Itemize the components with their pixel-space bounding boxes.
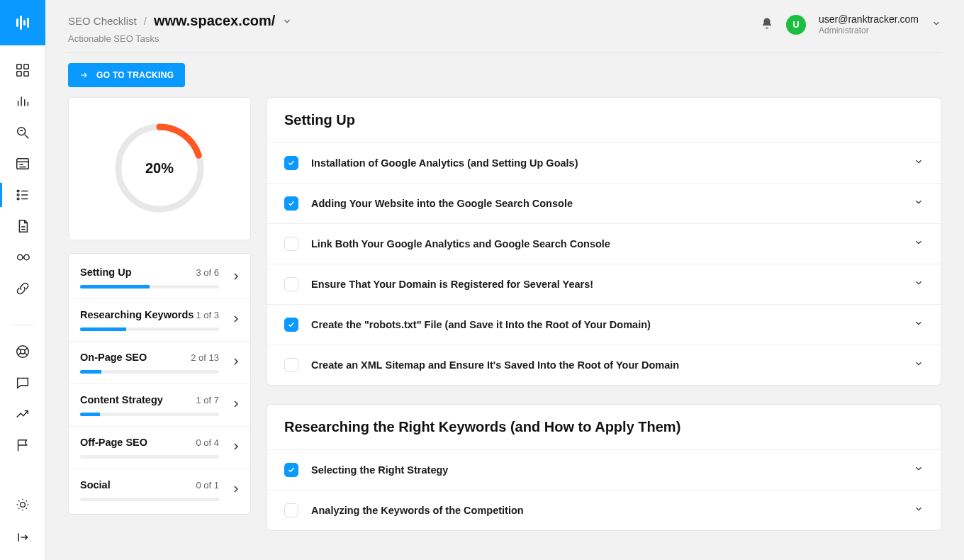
nav-help[interactable] [0, 344, 45, 359]
task-list: Installation of Google Analytics (and Se… [267, 142, 941, 386]
header-divider [68, 52, 941, 53]
task-checkbox[interactable] [284, 196, 298, 211]
chevron-down-icon [914, 237, 924, 250]
task-checkbox[interactable] [284, 156, 298, 170]
category-title: On-Page SEO [80, 352, 147, 363]
category-count: 0 of 1 [196, 480, 219, 491]
svg-rect-3 [27, 18, 29, 28]
main-area: SEO Checklist / www.spacex.com/ Actionab… [45, 0, 964, 560]
nav-checklist[interactable] [0, 187, 45, 203]
svg-rect-4 [16, 65, 21, 69]
nav-divider [11, 325, 34, 325]
category-count: 1 of 3 [196, 310, 219, 320]
user-menu-toggle[interactable] [931, 18, 941, 31]
chevron-down-icon[interactable] [282, 16, 292, 26]
task-row[interactable]: Analyzing the Keywords of the Competitio… [267, 490, 941, 530]
nav-audit[interactable] [0, 218, 45, 234]
category-item[interactable]: Off-Page SEO0 of 4 [69, 427, 250, 469]
svg-rect-5 [23, 65, 28, 69]
go-to-tracking-button[interactable]: GO TO TRACKING [68, 63, 185, 87]
user-info: user@ranktracker.com Administrator [819, 13, 919, 37]
category-progress-bar [80, 327, 219, 331]
task-label: Adding Your Website into the Google Sear… [311, 198, 901, 209]
svg-point-13 [17, 254, 22, 259]
category-item[interactable]: Social0 of 1 [69, 469, 250, 511]
category-title: Setting Up [80, 267, 132, 278]
nav-collapse[interactable] [16, 530, 30, 547]
task-row[interactable]: Create an XML Sitemap and Ensure It's Sa… [267, 345, 941, 385]
category-item[interactable]: On-Page SEO2 of 13 [69, 342, 250, 384]
notifications-icon[interactable] [761, 17, 773, 33]
task-label: Installation of Google Analytics (and Se… [311, 157, 901, 169]
task-row[interactable]: Link Both Your Google Analytics and Goog… [267, 223, 941, 264]
category-progress-bar [80, 413, 219, 416]
task-checkbox[interactable] [284, 358, 298, 372]
nav-flag[interactable] [0, 437, 45, 453]
svg-point-17 [20, 503, 25, 508]
page-header: SEO Checklist / www.spacex.com/ Actionab… [45, 0, 964, 48]
chevron-down-icon [914, 504, 924, 517]
nav-analytics[interactable] [0, 94, 45, 109]
chevron-down-icon [914, 278, 924, 291]
task-row[interactable]: Create the "robots.txt" File (and Save i… [267, 304, 941, 345]
nav-trend[interactable] [0, 406, 45, 422]
svg-rect-7 [23, 72, 28, 76]
category-title: Off-Page SEO [80, 437, 147, 448]
task-checkbox[interactable] [284, 237, 298, 251]
task-label: Ensure That Your Domain is Registered fo… [311, 279, 901, 290]
svg-rect-2 [23, 20, 26, 26]
task-section: Researching the Right Keywords (and How … [267, 404, 941, 531]
nav-keyword-research[interactable] [0, 125, 45, 140]
category-item[interactable]: Setting Up3 of 6 [69, 257, 250, 299]
app-logo[interactable] [0, 0, 45, 45]
chevron-right-icon [230, 356, 242, 370]
task-label: Create an XML Sitemap and Ensure It's Sa… [311, 359, 901, 371]
task-checkbox[interactable] [284, 277, 298, 291]
svg-point-11 [17, 194, 19, 196]
task-checkbox[interactable] [284, 463, 298, 477]
category-title: Social [80, 479, 111, 491]
task-row[interactable]: Adding Your Website into the Google Sear… [267, 183, 941, 223]
breadcrumbs: SEO Checklist / www.spacex.com/ Actionab… [68, 13, 292, 44]
breadcrumb-separator: / [144, 15, 147, 27]
chevron-right-icon [230, 441, 242, 455]
section-title: Researching the Right Keywords (and How … [267, 404, 941, 449]
task-label: Selecting the Right Strategy [311, 464, 901, 476]
category-item[interactable]: Content Strategy1 of 7 [69, 384, 250, 427]
task-checkbox[interactable] [284, 503, 298, 517]
svg-point-10 [17, 190, 19, 192]
svg-point-12 [17, 198, 19, 200]
svg-rect-1 [20, 16, 22, 30]
user-avatar[interactable]: U [786, 15, 806, 35]
task-row[interactable]: Ensure That Your Domain is Registered fo… [267, 264, 941, 304]
page-subtitle: Actionable SEO Tasks [68, 33, 292, 44]
chevron-down-icon [914, 464, 924, 476]
nav-dashboard[interactable] [0, 62, 45, 78]
task-row[interactable]: Selecting the Right Strategy [267, 449, 941, 490]
nav-backlink[interactable] [0, 281, 45, 296]
content-area: 20% Setting Up3 of 6Researching Keywords… [45, 97, 964, 560]
category-item[interactable]: Researching Keywords1 of 3 [69, 299, 250, 342]
task-label: Create the "robots.txt" File (and Save i… [311, 319, 901, 330]
category-progress-bar [80, 285, 219, 289]
task-row[interactable]: Installation of Google Analytics (and Se… [267, 142, 941, 183]
nav-bottom [16, 498, 30, 560]
svg-point-15 [16, 346, 28, 358]
breadcrumb-domain[interactable]: www.spacex.com/ [154, 13, 276, 29]
nav-theme[interactable] [16, 498, 30, 515]
nav-chat[interactable] [0, 375, 45, 391]
breadcrumb-section[interactable]: SEO Checklist [68, 15, 137, 27]
progress-gauge-card: 20% [68, 97, 251, 240]
cta-label: GO TO TRACKING [96, 70, 174, 80]
svg-point-16 [20, 349, 24, 354]
nav-serp[interactable] [0, 156, 45, 172]
chevron-right-icon [230, 271, 242, 285]
nav-rail [0, 0, 45, 560]
task-checkbox[interactable] [284, 318, 298, 332]
nav-primary [0, 62, 45, 453]
category-count: 0 of 4 [196, 437, 219, 448]
svg-rect-0 [16, 18, 18, 27]
svg-point-14 [23, 254, 28, 259]
nav-monitor[interactable] [0, 250, 45, 265]
svg-point-8 [17, 128, 25, 135]
